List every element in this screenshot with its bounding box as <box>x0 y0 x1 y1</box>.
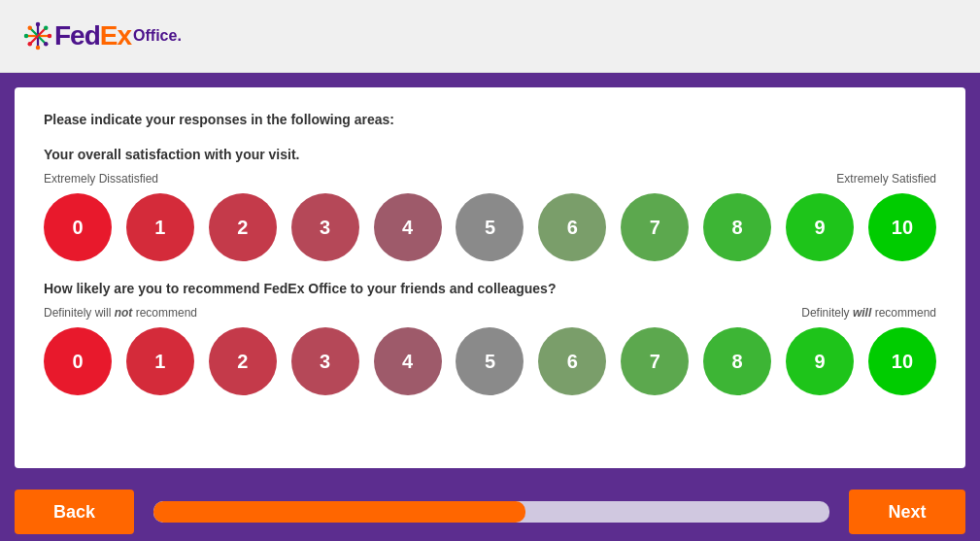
header: FedEx Office. <box>0 0 980 73</box>
svg-point-11 <box>44 26 49 31</box>
q1-rating-8[interactable]: 8 <box>703 193 771 261</box>
q2-rating-10[interactable]: 10 <box>868 327 936 395</box>
q2-rating-7[interactable]: 7 <box>621 327 689 395</box>
question2-rating-row: 0 1 2 3 4 5 6 7 8 9 10 <box>44 327 936 395</box>
svg-point-8 <box>48 34 52 39</box>
question1-rating-row: 0 1 2 3 4 5 6 7 8 9 10 <box>44 193 936 261</box>
q2-rating-3[interactable]: 3 <box>291 327 359 395</box>
q1-rating-0[interactable]: 0 <box>44 193 112 261</box>
q2-rating-4[interactable]: 4 <box>374 327 442 395</box>
footer: Back Next <box>0 483 980 541</box>
q2-rating-5[interactable]: 5 <box>456 327 524 395</box>
question1-left-label: Extremely Dissatisfied <box>44 172 158 186</box>
question1-scale-labels: Extremely Dissatisfied Extremely Satisfi… <box>44 172 936 186</box>
q1-rating-5[interactable]: 5 <box>456 193 524 261</box>
fedex-logo: FedEx Office. <box>19 20 182 51</box>
q1-rating-4[interactable]: 4 <box>374 193 442 261</box>
q2-rating-6[interactable]: 6 <box>538 327 606 395</box>
question1-right-label: Extremely Satisfied <box>836 172 936 186</box>
q1-rating-1[interactable]: 1 <box>126 193 194 261</box>
svg-point-6 <box>36 46 41 51</box>
q2-rating-8[interactable]: 8 <box>703 327 771 395</box>
back-button[interactable]: Back <box>15 490 134 534</box>
q1-rating-7[interactable]: 7 <box>621 193 689 261</box>
question2-scale-labels: Definitely will not recommend Definitely… <box>44 306 936 320</box>
svg-point-9 <box>28 26 33 31</box>
survey-card: Please indicate your responses in the fo… <box>15 87 965 468</box>
instruction-text: Please indicate your responses in the fo… <box>44 112 936 127</box>
svg-point-10 <box>44 42 49 47</box>
main-content: Please indicate your responses in the fo… <box>0 73 980 483</box>
question2-right-label: Definitely will recommend <box>801 306 936 320</box>
q2-rating-9[interactable]: 9 <box>786 327 854 395</box>
svg-point-7 <box>24 34 29 39</box>
q2-rating-1[interactable]: 1 <box>126 327 194 395</box>
progress-container <box>153 501 829 523</box>
svg-point-12 <box>28 42 33 47</box>
snowflake-icon <box>23 21 52 51</box>
q1-rating-3[interactable]: 3 <box>291 193 359 261</box>
q2-rating-0[interactable]: 0 <box>44 327 112 395</box>
question1-text: Your overall satisfaction with your visi… <box>44 147 936 162</box>
svg-point-5 <box>36 22 41 27</box>
q2-rating-2[interactable]: 2 <box>209 327 277 395</box>
fedex-office-text: Office. <box>133 27 182 45</box>
q1-rating-9[interactable]: 9 <box>786 193 854 261</box>
progress-bar <box>153 501 525 523</box>
q1-rating-2[interactable]: 2 <box>209 193 277 261</box>
next-button[interactable]: Next <box>849 490 965 534</box>
question2-left-label: Definitely will not recommend <box>44 306 197 320</box>
question2-text: How likely are you to recommend FedEx Of… <box>44 281 936 296</box>
q1-rating-6[interactable]: 6 <box>538 193 606 261</box>
fedex-fed-text: FedEx <box>54 20 131 51</box>
q1-rating-10[interactable]: 10 <box>868 193 936 261</box>
